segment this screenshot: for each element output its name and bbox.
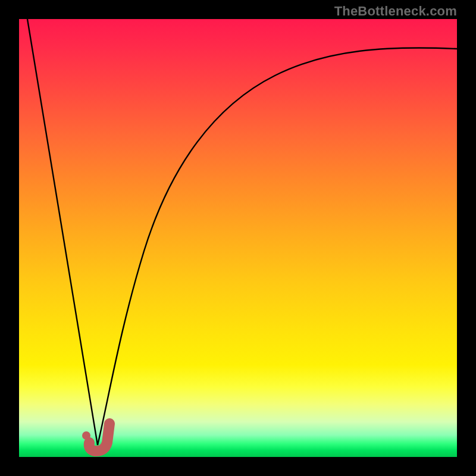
watermark-text: TheBottleneck.com <box>334 4 457 19</box>
curve-right-ascent <box>98 48 457 445</box>
curve-layer <box>19 19 457 457</box>
curve-left-descent <box>27 19 98 445</box>
chart-stage: TheBottleneck.com <box>0 0 476 476</box>
optimal-dot-marker <box>82 431 90 440</box>
plot-area <box>19 19 457 457</box>
